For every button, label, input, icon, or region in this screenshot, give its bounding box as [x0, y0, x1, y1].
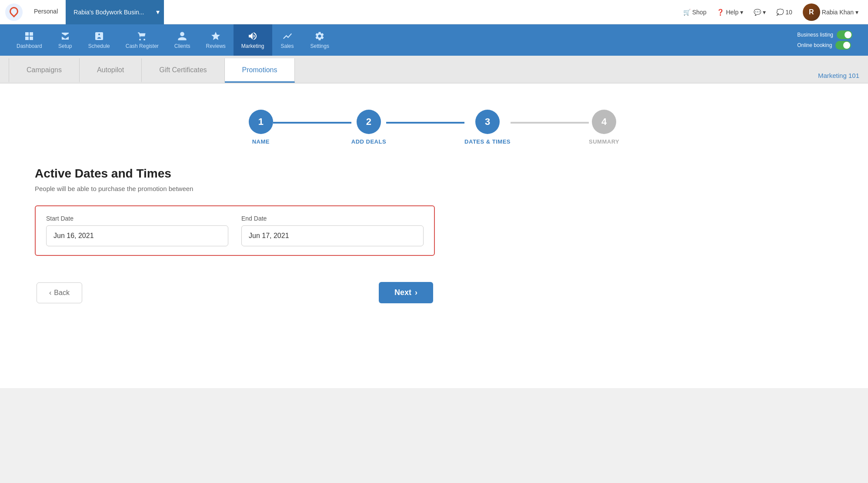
marketing-101-link[interactable]: Marketing 101: [818, 72, 859, 83]
messages-link[interactable]: 💬 ▾: [749, 9, 770, 16]
footer-buttons: ‹ Back Next ›: [35, 282, 435, 303]
nav-schedule[interactable]: Schedule: [80, 24, 118, 56]
start-date-field: Start Date: [46, 215, 228, 246]
form-title: Active Dates and Times: [35, 167, 833, 181]
person-icon: [177, 31, 187, 41]
tab-business[interactable]: Rabia's Bodywork Busin...: [66, 0, 152, 24]
online-booking-toggle[interactable]: [835, 41, 851, 50]
register-icon: [137, 31, 147, 41]
tab-personal[interactable]: Personal: [26, 0, 66, 24]
back-button[interactable]: ‹ Back: [37, 282, 82, 303]
message-icon: 💬: [754, 9, 761, 16]
step-summary: 4 SUMMARY: [589, 110, 619, 145]
tab-gift-certificates[interactable]: Gift Certificates: [142, 58, 224, 83]
start-date-label: Start Date: [46, 215, 228, 222]
tab-campaigns[interactable]: Campaigns: [9, 58, 80, 83]
notifications-link[interactable]: 💭 10: [772, 9, 797, 16]
megaphone-icon: [247, 31, 258, 41]
step-3-circle: 3: [475, 110, 500, 134]
user-menu[interactable]: R Rabia Khan ▾: [798, 3, 863, 21]
tab-promotions[interactable]: Promotions: [225, 58, 295, 83]
start-date-input[interactable]: [46, 225, 228, 246]
star-icon: [210, 31, 221, 41]
online-booking-toggle-row: Online booking: [797, 41, 852, 50]
step-1-label: NAME: [252, 138, 270, 145]
grid-icon: [24, 31, 34, 41]
shop-link[interactable]: 🛒 Shop: [679, 9, 711, 16]
business-listing-toggle[interactable]: [837, 30, 852, 39]
nav-cashregister[interactable]: Cash Register: [118, 24, 167, 56]
calendar-icon: [94, 31, 104, 41]
nav-setup[interactable]: Setup: [50, 24, 80, 56]
step-4-label: SUMMARY: [589, 138, 619, 145]
main-nav: Dashboard Setup Schedule Cash Register C…: [0, 24, 868, 56]
logo-pin: [8, 5, 20, 17]
step-add-deals: 2 ADD DEALS: [351, 110, 386, 145]
bubble-icon: 💭: [776, 9, 784, 16]
end-date-label: End Date: [241, 215, 424, 222]
end-date-input[interactable]: [241, 225, 424, 246]
nav-marketing[interactable]: Marketing: [234, 24, 272, 56]
nav-toggles: Business listing Online booking: [790, 24, 859, 56]
gear-icon: [314, 31, 325, 41]
help-icon: ❓: [717, 9, 724, 16]
stepper: 1 NAME 2 ADD DEALS 3 DATES & TIMES 4: [35, 110, 833, 145]
next-button[interactable]: Next ›: [379, 282, 433, 303]
nav-clients[interactable]: Clients: [167, 24, 198, 56]
help-link[interactable]: ❓ Help ▾: [712, 9, 748, 16]
step-name: 1 NAME: [249, 110, 273, 145]
chart-icon: [282, 31, 293, 41]
cart-icon: 🛒: [683, 9, 691, 16]
date-range-container: Start Date End Date: [35, 205, 435, 256]
top-right-area: 🛒 Shop ❓ Help ▾ 💬 ▾ 💭 10 R Rabia Khan ▾: [679, 3, 863, 21]
nav-dashboard[interactable]: Dashboard: [9, 24, 50, 56]
nav-settings[interactable]: Settings: [303, 24, 337, 56]
step-dates-times: 3 DATES & TIMES: [464, 110, 511, 145]
step-line-1-2: [273, 122, 351, 124]
chevron-left-icon: ‹: [49, 289, 51, 297]
step-line-3-4: [511, 122, 589, 124]
form-subtitle: People will be able to purchase the prom…: [35, 185, 833, 192]
store-icon: [60, 31, 70, 41]
end-date-field: End Date: [241, 215, 424, 246]
step-1-circle: 1: [249, 110, 273, 134]
business-dropdown[interactable]: ▾: [152, 0, 164, 24]
step-2-label: ADD DEALS: [351, 138, 386, 145]
nav-sales[interactable]: Sales: [272, 24, 303, 56]
step-line-2-3: [386, 122, 464, 124]
tab-autopilot[interactable]: Autopilot: [80, 58, 142, 83]
business-listing-toggle-row: Business listing: [797, 30, 852, 39]
nav-reviews[interactable]: Reviews: [198, 24, 233, 56]
tabs-bar: Campaigns Autopilot Gift Certificates Pr…: [0, 56, 868, 84]
chevron-right-icon: ›: [415, 288, 417, 297]
step-2-circle: 2: [357, 110, 381, 134]
avatar: R: [803, 3, 820, 21]
step-4-circle: 4: [592, 110, 616, 134]
main-content: 1 NAME 2 ADD DEALS 3 DATES & TIMES 4: [0, 84, 868, 388]
app-logo[interactable]: [5, 3, 23, 21]
step-3-label: DATES & TIMES: [464, 138, 511, 145]
top-bar: Personal Rabia's Bodywork Busin... ▾ 🛒 S…: [0, 0, 868, 24]
